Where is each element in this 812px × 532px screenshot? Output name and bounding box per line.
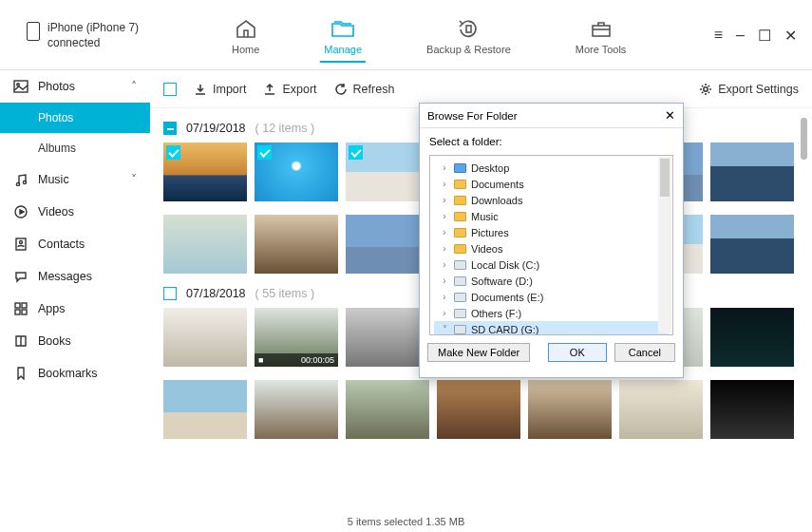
thumbnail[interactable]: [255, 380, 338, 439]
tree-node[interactable]: ›Documents (E:): [434, 289, 669, 305]
cancel-button[interactable]: Cancel: [614, 343, 675, 362]
thumbnail[interactable]: [619, 380, 703, 439]
thumbnail[interactable]: [163, 142, 247, 201]
dialog-buttons: Make New Folder OK Cancel: [420, 335, 683, 370]
drive-icon: [454, 293, 466, 302]
check-icon: [166, 145, 180, 160]
nav-tools-label: More Tools: [576, 44, 627, 55]
sidebar-item-messages[interactable]: Messages: [0, 260, 150, 293]
tree-node[interactable]: ›Documents: [434, 176, 669, 192]
tree-node[interactable]: ›Local Disk (C:): [434, 256, 669, 273]
thumbnail[interactable]: [528, 380, 612, 439]
tree-node-label: Music: [471, 211, 499, 222]
thumbnail[interactable]: [346, 380, 429, 439]
export-settings-button[interactable]: Export Settings: [699, 83, 799, 96]
thumbnail[interactable]: [710, 215, 794, 274]
sidebar-item-contacts[interactable]: Contacts: [0, 228, 150, 260]
group-count-1: ( 55 items ): [255, 287, 315, 300]
group-date-0: 07/19/2018: [186, 122, 246, 135]
check-icon: [257, 145, 272, 160]
thumbnail[interactable]: [710, 142, 794, 201]
export-label: Export: [282, 83, 316, 96]
thumbnail[interactable]: [255, 142, 338, 201]
drive-icon: [454, 325, 466, 334]
nav-backup[interactable]: Backup & Restore: [423, 8, 515, 63]
export-button[interactable]: Export: [263, 83, 316, 96]
refresh-button[interactable]: Refresh: [334, 83, 395, 96]
menu-icon[interactable]: ≡: [714, 27, 723, 45]
tree-scrollbar-thumb[interactable]: [660, 159, 670, 197]
videos-icon: [13, 204, 28, 219]
tree-node[interactable]: ›Others (F:): [434, 305, 669, 321]
ok-button[interactable]: OK: [548, 343, 607, 362]
thumbnail[interactable]: [255, 215, 338, 274]
tree-node[interactable]: ›Downloads: [434, 192, 669, 208]
minimize-button[interactable]: –: [736, 27, 745, 45]
sidebar-item-photos[interactable]: Photos ˄: [0, 70, 150, 103]
drive-icon: [454, 309, 466, 318]
make-new-folder-button[interactable]: Make New Folder: [427, 343, 530, 362]
expand-icon[interactable]: ›: [440, 276, 449, 286]
sidebar-item-music[interactable]: Music ˅: [0, 163, 150, 196]
thumbnail[interactable]: [710, 380, 794, 439]
camera-icon: ■: [258, 355, 263, 365]
vertical-scrollbar[interactable]: [801, 108, 810, 222]
expand-icon[interactable]: ›: [440, 292, 449, 302]
tree-node[interactable]: ›Videos: [434, 240, 669, 256]
nav-tools[interactable]: More Tools: [572, 8, 631, 63]
tree-node[interactable]: ›Music: [434, 208, 669, 224]
tree-node[interactable]: ˅SD CARD (G:): [434, 321, 669, 335]
expand-icon[interactable]: ˅: [440, 324, 449, 334]
sidebar-item-videos[interactable]: Videos: [0, 196, 150, 228]
tree-scrollbar[interactable]: [658, 157, 671, 333]
scrollbar-thumb[interactable]: [801, 118, 807, 160]
tree-node-label: Desktop: [471, 162, 509, 174]
dialog-close-button[interactable]: ✕: [665, 108, 675, 123]
messages-icon: [13, 269, 28, 284]
expand-icon[interactable]: ›: [440, 211, 449, 221]
thumbnail[interactable]: [163, 308, 247, 367]
svg-rect-0: [466, 26, 471, 32]
nav-manage[interactable]: Manage: [320, 8, 366, 63]
phone-icon: [27, 22, 40, 41]
sidebar-item-bookmarks[interactable]: Bookmarks: [0, 357, 150, 390]
sidebar-sub-photos[interactable]: Photos: [0, 103, 150, 133]
group-checkbox-1[interactable]: [163, 287, 177, 300]
maximize-button[interactable]: ☐: [758, 27, 771, 45]
desktop-icon: [454, 163, 466, 173]
thumbnail-video[interactable]: ■ 00:00:05: [255, 308, 338, 367]
thumbnail[interactable]: [163, 380, 247, 439]
thumbnail[interactable]: [710, 308, 794, 367]
svg-rect-1: [593, 26, 610, 36]
chevron-down-icon: ˅: [131, 173, 137, 186]
sidebar: Photos ˄ Photos Albums Music ˅ Videos Co…: [0, 70, 150, 511]
svg-point-5: [23, 180, 26, 183]
sidebar-sub-albums[interactable]: Albums: [0, 133, 150, 163]
expand-icon[interactable]: ›: [440, 179, 449, 189]
expand-icon[interactable]: ›: [440, 227, 449, 238]
thumbnail[interactable]: [437, 380, 520, 439]
tree-node[interactable]: ›Pictures: [434, 224, 669, 240]
expand-icon[interactable]: ›: [440, 308, 449, 318]
tree-node[interactable]: ›Desktop: [434, 160, 669, 176]
expand-icon[interactable]: ›: [440, 195, 449, 205]
expand-icon[interactable]: ›: [440, 243, 449, 254]
thumbnail[interactable]: [163, 215, 247, 274]
tree-node[interactable]: ›Software (D:): [434, 273, 669, 289]
expand-icon[interactable]: ›: [440, 259, 449, 270]
sidebar-item-apps[interactable]: Apps: [0, 293, 150, 325]
sidebar-item-books[interactable]: Books: [0, 325, 150, 357]
select-all-checkbox[interactable]: [163, 83, 177, 96]
import-button[interactable]: Import: [194, 83, 246, 96]
thumbnail[interactable]: [346, 142, 429, 201]
thumbnail[interactable]: [346, 215, 429, 274]
drive-icon: [454, 276, 466, 286]
expand-icon[interactable]: ›: [440, 162, 449, 173]
device-text: iPhone (iPhone 7) connected: [47, 20, 139, 50]
thumbnail[interactable]: [346, 308, 429, 367]
nav-home[interactable]: Home: [228, 8, 263, 63]
export-settings-label: Export Settings: [718, 83, 799, 96]
browse-folder-dialog: Browse For Folder ✕ Select a folder: ›De…: [419, 103, 684, 378]
group-checkbox-0[interactable]: [163, 122, 177, 135]
close-button[interactable]: ✕: [784, 27, 797, 45]
